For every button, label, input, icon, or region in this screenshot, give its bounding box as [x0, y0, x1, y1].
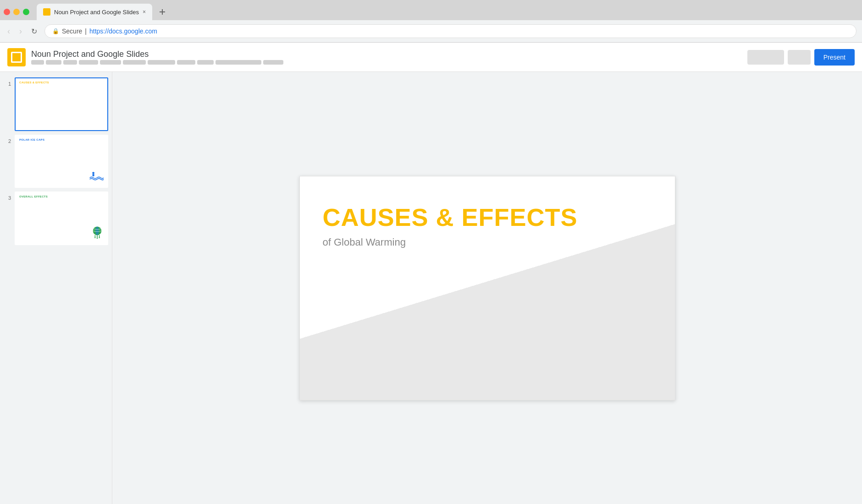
slide-panel: 1 CAUSES & EFFECTS 2 [0, 72, 112, 504]
app-logo [7, 48, 26, 66]
share-button[interactable] [788, 50, 811, 65]
new-tab-button[interactable] [156, 5, 169, 18]
traffic-lights [4, 9, 29, 15]
tab-title: Noun Project and Google Slides [54, 9, 139, 16]
slide-thumb-inner-2: POLAR ICE CAPS [16, 136, 107, 187]
slide-number-3: 3 [4, 192, 11, 201]
menu-help[interactable] [263, 60, 283, 65]
slide-3-label: OVERALL EFFECTS [19, 195, 104, 198]
svg-point-6 [97, 238, 98, 239]
slide-canvas[interactable]: CAUSES & EFFECTS of Global Warming [299, 176, 675, 400]
menu-file[interactable] [31, 60, 44, 65]
svg-point-5 [94, 237, 95, 238]
app-menu [31, 60, 283, 65]
slide-number-1: 1 [4, 77, 11, 87]
comments-button[interactable] [747, 50, 784, 65]
slide-thumbnail-1[interactable]: CAUSES & EFFECTS [15, 77, 108, 131]
url-separator: | [85, 27, 87, 35]
menu-view[interactable] [63, 60, 77, 65]
globe-icon [91, 226, 104, 239]
slide-1-label: CAUSES & EFFECTS [19, 81, 104, 84]
slide-main-subtitle: of Global Warming [323, 236, 578, 248]
address-bar: ‹ › ↻ 🔒 Secure | https://docs.google.com [0, 20, 862, 42]
main-content: 1 CAUSES & EFFECTS 2 [0, 72, 862, 504]
menu-insert[interactable] [79, 60, 98, 65]
back-button[interactable]: ‹ [6, 25, 12, 38]
present-button[interactable]: Present [814, 49, 855, 66]
slide-2-icon-area [89, 170, 104, 183]
slide-number-2: 2 [4, 135, 11, 144]
menu-table[interactable] [197, 60, 214, 65]
secure-icon: 🔒 [52, 28, 59, 34]
thumb-diagonal-1 [16, 78, 107, 130]
slide-thumbnail-3[interactable]: OVERALL EFFECTS [15, 192, 108, 245]
menu-edit[interactable] [46, 60, 61, 65]
slide-main-view: CAUSES & EFFECTS of Global Warming [112, 72, 862, 504]
slide-thumb-wrapper-1: 1 CAUSES & EFFECTS [4, 77, 108, 131]
url-address: https://docs.google.com [89, 27, 157, 35]
slides-app: Noun Project and Google Slides Present [0, 43, 862, 504]
tab-close-button[interactable]: × [143, 9, 146, 15]
forward-button[interactable]: › [17, 25, 24, 38]
menu-tools[interactable] [177, 60, 195, 65]
tab-bar: Noun Project and Google Slides × [0, 0, 862, 20]
app-header: Noun Project and Google Slides Present [0, 43, 862, 72]
secure-label: Secure [62, 27, 82, 35]
wave-icon [89, 170, 104, 181]
toolbar-right: Present [747, 49, 855, 66]
slide-main-title: CAUSES & EFFECTS [323, 204, 578, 231]
minimize-button[interactable] [13, 9, 20, 15]
menu-slide[interactable] [123, 60, 146, 65]
slide-thumb-content-3: OVERALL EFFECTS [16, 192, 107, 244]
slide-2-label: POLAR ICE CAPS [19, 138, 104, 141]
app-title: Noun Project and Google Slides [31, 49, 283, 59]
slide-thumb-wrapper-2: 2 POLAR ICE CAPS [4, 135, 108, 188]
slide-thumb-inner-3: OVERALL EFFECTS [16, 192, 107, 244]
url-bar[interactable]: 🔒 Secure | https://docs.google.com [44, 24, 856, 38]
slide-thumb-content-2: POLAR ICE CAPS [16, 136, 107, 187]
menu-addons[interactable] [216, 60, 261, 65]
maximize-button[interactable] [23, 9, 29, 15]
slide-main-content: CAUSES & EFFECTS of Global Warming [323, 204, 578, 248]
menu-format[interactable] [100, 60, 121, 65]
close-button[interactable] [4, 9, 10, 15]
tab-favicon [43, 8, 50, 16]
browser-tab[interactable]: Noun Project and Google Slides × [37, 4, 152, 20]
refresh-button[interactable]: ↻ [29, 25, 39, 38]
slides-logo-icon [11, 52, 22, 63]
app-title-area: Noun Project and Google Slides [31, 49, 283, 65]
slide-thumb-inner-1: CAUSES & EFFECTS [16, 78, 107, 130]
svg-rect-1 [160, 11, 165, 12]
svg-point-2 [92, 172, 94, 174]
slide-thumb-wrapper-3: 3 OVERALL EFFECTS [4, 192, 108, 245]
svg-point-4 [95, 226, 99, 235]
slide-3-icon-area [91, 226, 104, 241]
browser-chrome: Noun Project and Google Slides × ‹ › ↻ 🔒… [0, 0, 862, 43]
svg-point-7 [99, 237, 100, 238]
slide-thumb-content-1: CAUSES & EFFECTS [16, 78, 107, 130]
slide-thumbnail-2[interactable]: POLAR ICE CAPS [15, 135, 108, 188]
menu-arrange[interactable] [148, 60, 175, 65]
